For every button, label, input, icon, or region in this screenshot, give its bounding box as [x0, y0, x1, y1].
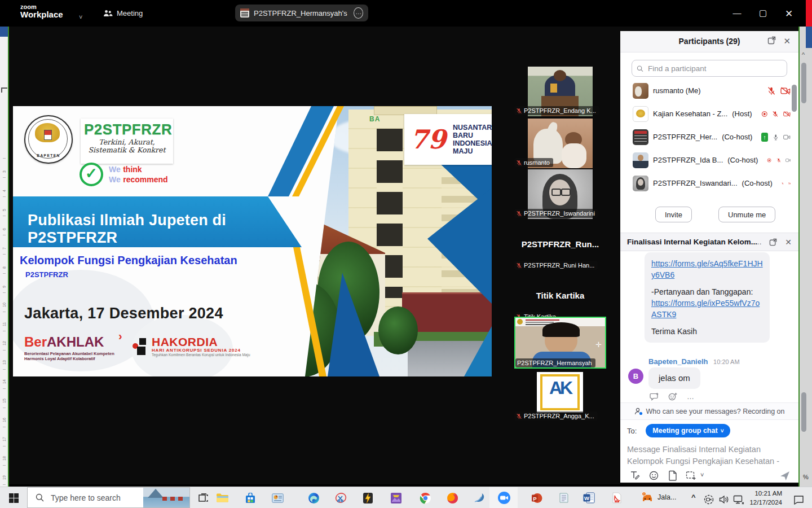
tray-notification-app[interactable]: ! Jala... [641, 492, 676, 503]
video-tile-angga[interactable]: AK P2STPFRZR_Angga_K... [514, 371, 606, 421]
video-tile-runi[interactable]: P2STPFRZR_Run... P2STPFRZR_Runi Han... [514, 221, 606, 271]
video-tile-endang[interactable]: P2STPFRZR_Endang K... [514, 67, 606, 116]
chat-privacy-bar[interactable]: Who can see your messages? Recording on [620, 402, 798, 420]
word-icon[interactable]: W [581, 490, 597, 506]
bapeten-emblem-label: BAPETEN [25, 154, 72, 157]
chat-more-icon[interactable]: … [754, 238, 762, 246]
chat-popout-icon[interactable] [769, 238, 777, 246]
chat-input-placeholder[interactable]: Message Finalisasi Internal Kegiatan Kel… [627, 444, 792, 467]
underlying-window-right-sliver: ^ % [800, 27, 812, 487]
video-tile-rusmanto[interactable]: rusmanto [514, 119, 606, 168]
video-tile-titik[interactable]: Titik Kartika Titik Kartika [514, 273, 606, 322]
calendar-icon [240, 8, 249, 17]
ruler-tick [3, 158, 6, 159]
search-highlight-image[interactable] [143, 488, 189, 508]
tray-expand-icon[interactable]: ^ [691, 493, 696, 501]
powerpoint-icon[interactable]: P [529, 490, 545, 506]
participants-scrollbar-thumb[interactable] [792, 85, 797, 112]
participant-row[interactable]: rusmanto (Me) [620, 79, 798, 102]
ruler-tick [3, 216, 6, 216]
avatar [633, 83, 648, 99]
windows-taskbar: P W PDF ! Jala... ^ 10:21 AM 12/17/2024 [0, 487, 812, 508]
more-options-icon[interactable]: … [354, 7, 363, 19]
tile-name: P2STPFRZR_Endang K... [524, 107, 596, 114]
search-input[interactable] [647, 64, 782, 73]
video-tile-hermansyah-active[interactable]: ✛ P2STPFRZR_Hermansyah [514, 317, 606, 369]
snipping-tool-icon[interactable] [333, 490, 348, 506]
tab-meeting[interactable]: Meeting [103, 9, 143, 17]
slide-title: Publikasi Ilmiah Jupeten di P2STPFRZR [13, 196, 302, 247]
task-view-button[interactable] [195, 490, 211, 506]
participant-row[interactable]: P2STPFRZR_Ida B... (Co-host) [620, 148, 798, 172]
slide-subtitle2: P2STPFRZR [25, 270, 68, 279]
send-icon[interactable] [779, 471, 791, 481]
minimize-button[interactable]: — [727, 8, 747, 17]
svg-text:PDF: PDF [615, 500, 619, 502]
ruler-tick [3, 235, 6, 235]
move-handle-icon[interactable]: ✛ [595, 340, 602, 349]
microsoft-store-icon[interactable] [242, 490, 258, 506]
ruler-number: 5 [2, 205, 6, 211]
chevron-down-icon[interactable]: ˅ [79, 14, 82, 20]
chrome-icon[interactable] [417, 490, 433, 506]
screenshot-icon[interactable] [686, 470, 697, 481]
start-button[interactable] [6, 490, 21, 506]
mic-muted-icon [516, 413, 522, 419]
taskbar-search[interactable] [27, 487, 190, 508]
message-more-icon[interactable]: … [687, 392, 694, 401]
svg-text:W: W [584, 495, 589, 501]
taskbar-search-input[interactable] [50, 493, 136, 503]
chat-link[interactable]: https://forms.gle/ixPe55wfVz7oASTK9 [651, 297, 763, 320]
scroll-up-arrow-icon[interactable]: ^ [802, 51, 805, 58]
emoji-icon[interactable] [648, 470, 659, 481]
close-button[interactable]: ✕ [779, 8, 798, 20]
presentation-viewer-icon[interactable] [270, 490, 285, 506]
chat-link[interactable]: https://forms.gle/sAq5fkeF1HJHy6VB6 [651, 258, 763, 281]
winamp-icon[interactable] [360, 490, 376, 506]
ruler-tick [3, 331, 6, 331]
reply-icon[interactable] [650, 392, 659, 401]
meet-now-icon[interactable] [701, 492, 717, 507]
chat-close-icon[interactable]: ✕ [785, 238, 792, 247]
chat-avatar: B [628, 369, 643, 384]
workplace-logo-text: Workplace [20, 10, 63, 19]
chat-recipient-button[interactable]: Meeting group chat ˅ [646, 424, 730, 437]
ruler-tick [3, 196, 6, 197]
video-tile-iswandarini[interactable]: P2STPFRZR_Iswandarini [514, 169, 606, 219]
participant-row[interactable]: Kajian Kesehatan - Z... (Host) [620, 102, 798, 125]
chat-sender-name[interactable]: Bapeten_Danielh [648, 357, 708, 366]
action-center-icon[interactable] [791, 492, 806, 507]
document-app-icon[interactable] [471, 490, 487, 506]
participant-search[interactable] [632, 60, 787, 77]
file-explorer-icon[interactable] [214, 490, 230, 506]
popout-icon[interactable] [767, 36, 776, 45]
close-panel-icon[interactable]: ✕ [783, 36, 791, 46]
taskbar-clock[interactable]: 10:21 AM 12/17/2024 [747, 489, 782, 507]
photo-app-icon[interactable] [388, 490, 404, 506]
participant-row[interactable]: P2STPFRZR_Iswandari... (Co-host) [620, 172, 798, 195]
p2stpfrzr-badge-sub1: Terkini, Akurat, [84, 138, 170, 146]
network-icon[interactable] [731, 492, 747, 507]
invite-button[interactable]: Invite [655, 207, 692, 222]
zoom-app-icon[interactable] [496, 490, 512, 506]
participants-header: Participants (29) ✕ [620, 31, 798, 52]
maximize-button[interactable]: ▢ [753, 8, 773, 18]
file-icon[interactable] [668, 470, 678, 481]
shared-screen-tab-label: P2STPFRZR_Hermansyah's screen [254, 9, 349, 17]
ruler-number: 3 [2, 167, 6, 173]
chevron-down-icon[interactable]: ˅ [700, 471, 704, 478]
unmute-me-button[interactable]: Unmute me [718, 207, 775, 222]
underlying-scrollbar-thumb[interactable] [801, 63, 806, 103]
firefox-icon[interactable] [444, 490, 460, 506]
underlying-scrollbar-thumb2[interactable] [801, 392, 806, 432]
format-text-icon[interactable] [629, 470, 640, 481]
add-reaction-icon[interactable] [668, 392, 678, 401]
underlying-titlebar-sliver-right [806, 27, 812, 48]
participant-row[interactable]: P2STPFRZR_Her... (Co-host) ↑ [620, 125, 798, 148]
anniv-number: 79 [410, 116, 446, 163]
tab-shared-screen[interactable]: P2STPFRZR_Hermansyah's screen … [235, 5, 368, 21]
acrobat-icon[interactable]: PDF [609, 490, 625, 506]
volume-icon[interactable] [716, 492, 732, 507]
notepad-icon[interactable] [556, 490, 572, 506]
edge-icon[interactable] [306, 490, 321, 506]
